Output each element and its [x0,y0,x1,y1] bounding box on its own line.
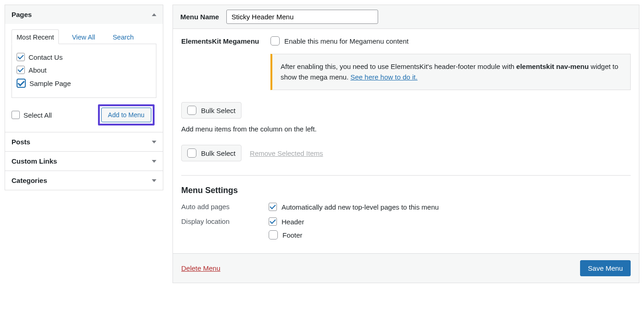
checkbox-sample-page[interactable] [17,79,26,88]
page-item-label: Contact Us [29,53,63,61]
highlight-annotation: Add to Menu [98,104,155,125]
checkbox-bulk-select-bottom[interactable] [187,148,196,158]
checkbox-enable-megamenu[interactable] [270,36,280,46]
select-all-label: Select All [23,111,52,119]
location-header-text: Header [282,218,304,226]
panel-title-categories: Categories [12,177,47,184]
bulk-select-label: Bulk Select [201,107,236,114]
checkbox-about[interactable] [17,66,25,74]
panel-title-pages: Pages [12,11,32,18]
panel-title-posts: Posts [12,138,30,146]
chevron-down-icon [152,160,156,163]
checkbox-auto-add[interactable] [269,203,277,211]
checkbox-bulk-select-top[interactable] [187,106,196,115]
tab-view-all[interactable]: View All [67,30,100,44]
tab-search[interactable]: Search [108,30,138,44]
checkbox-select-all[interactable] [12,111,20,119]
auto-add-text: Automatically add new top-level pages to… [282,203,439,211]
page-item-label: About [29,66,46,74]
page-item-label: Sample Page [29,80,71,87]
add-items-hint: Add menu items from the column on the le… [181,125,631,133]
add-to-menu-button[interactable]: Add to Menu [101,108,151,122]
menu-name-label: Menu Name [180,13,219,21]
remove-selected-link: Remove Selected Items [250,149,323,157]
chevron-down-icon [152,141,156,143]
panel-title-custom-links: Custom Links [12,157,57,165]
save-menu-button[interactable]: Save Menu [580,260,631,276]
divider [181,175,631,176]
checkbox-contact-us[interactable] [17,53,25,61]
chevron-down-icon [152,179,156,182]
menu-settings-title: Menu Settings [181,186,631,195]
tab-most-recent[interactable]: Most Recent [12,29,59,44]
panel-header-posts[interactable]: Posts [5,132,163,151]
page-item: Contact Us [17,51,151,63]
megamenu-enable-text: Enable this menu for Megamenu content [284,37,408,45]
page-item: About [17,63,151,76]
megamenu-notice: After enabling this, you need to use Ele… [270,54,631,90]
auto-add-label: Auto add pages [181,203,269,211]
delete-menu-link[interactable]: Delete Menu [181,264,220,272]
checkbox-location-header[interactable] [269,217,277,226]
page-item: Sample Page [17,76,151,90]
chevron-up-icon [152,13,156,16]
menu-name-input[interactable] [226,10,378,24]
megamenu-label: ElementsKit Megamenu [181,36,264,45]
notice-link[interactable]: See here how to do it. [351,73,418,81]
checkbox-location-footer[interactable] [269,230,278,239]
panel-header-categories[interactable]: Categories [5,171,163,190]
panel-header-custom-links[interactable]: Custom Links [5,152,163,171]
panel-header-pages[interactable]: Pages [5,5,163,24]
location-footer-text: Footer [282,231,302,239]
bulk-select-bottom[interactable]: Bulk Select [181,145,242,161]
bulk-select-top[interactable]: Bulk Select [181,102,242,119]
bulk-select-label: Bulk Select [201,149,236,157]
display-location-label: Display location [181,217,269,239]
